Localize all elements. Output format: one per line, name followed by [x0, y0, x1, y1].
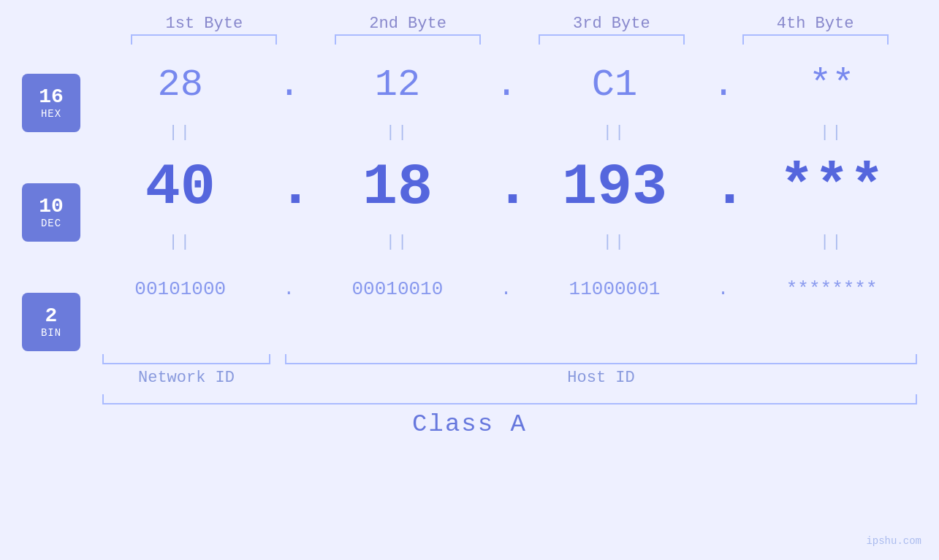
equals-1-3: ||	[541, 123, 688, 142]
bin-dot-3: .	[712, 278, 734, 300]
top-brackets-row	[0, 34, 939, 45]
equals-row-2: || || || ||	[95, 227, 917, 256]
bin-val-3: 11000001	[541, 278, 688, 300]
equals-2-4: ||	[759, 233, 905, 251]
bin-val-1: 00101000	[107, 278, 254, 300]
bottom-brackets-row	[0, 354, 939, 364]
dec-val-2: 18	[324, 154, 471, 220]
hex-val-4: **	[759, 64, 905, 107]
dec-val-3: 193	[541, 154, 688, 220]
network-id-label: Network ID	[102, 369, 270, 387]
equals-2-1: ||	[107, 233, 254, 251]
dec-dot-3: .	[712, 154, 734, 220]
top-bracket-4	[742, 34, 889, 45]
bin-val-4: ********	[759, 278, 905, 300]
hex-value-row: 28 . 12 . C1 . **	[95, 52, 917, 118]
full-bottom-bracket	[102, 394, 917, 404]
host-id-bracket	[285, 354, 917, 364]
bin-badge-text: BIN	[41, 327, 61, 339]
equals-row-1: || || || ||	[95, 118, 917, 147]
network-id-bracket	[102, 354, 270, 364]
dec-badge: 10 DEC	[22, 183, 80, 242]
watermark: ipshu.com	[866, 535, 921, 547]
class-row: Class A	[0, 410, 939, 438]
dec-val-4: ***	[759, 154, 905, 220]
bin-badge-number: 2	[45, 305, 58, 328]
equals-2-2: ||	[324, 233, 471, 251]
equals-1-4: ||	[759, 123, 905, 142]
top-bracket-3	[539, 34, 685, 45]
values-grid: 28 . 12 . C1 . ** || || || || 40	[95, 52, 917, 322]
dec-badge-text: DEC	[41, 218, 61, 229]
top-bracket-1	[131, 34, 277, 45]
hex-dot-2: .	[495, 64, 517, 107]
bin-dot-1: .	[278, 278, 300, 300]
badges-column: 16 HEX 10 DEC 2 BIN	[22, 74, 80, 351]
equals-2-3: ||	[541, 233, 688, 251]
id-labels-row: Network ID Host ID	[0, 369, 939, 387]
hex-dot-1: .	[278, 64, 300, 107]
dec-badge-number: 10	[39, 196, 64, 218]
bin-value-row: 00101000 . 00010010 . 11000001 . *******…	[95, 256, 917, 322]
equals-1-1: ||	[107, 123, 254, 142]
content-area: 16 HEX 10 DEC 2 BIN 28 . 12 . C1 . **	[0, 52, 939, 351]
bin-dot-2: .	[495, 278, 517, 300]
byte-headers-row: 1st Byte 2nd Byte 3rd Byte 4th Byte	[0, 0, 939, 33]
hex-val-2: 12	[324, 64, 471, 107]
bin-val-2: 00010010	[324, 278, 471, 300]
hex-badge-number: 16	[39, 86, 64, 109]
byte-header-1: 1st Byte	[131, 15, 277, 33]
bin-badge: 2 BIN	[22, 293, 80, 351]
dec-val-1: 40	[107, 154, 254, 220]
dec-dot-2: .	[495, 154, 517, 220]
hex-badge: 16 HEX	[22, 74, 80, 132]
byte-header-3: 3rd Byte	[539, 15, 685, 33]
dec-dot-1: .	[278, 154, 300, 220]
full-bracket-row	[0, 394, 939, 404]
byte-header-4: 4th Byte	[742, 15, 889, 33]
top-bracket-2	[335, 34, 481, 45]
host-id-label: Host ID	[285, 369, 917, 387]
class-label: Class A	[412, 410, 527, 438]
main-container: 1st Byte 2nd Byte 3rd Byte 4th Byte 16 H…	[0, 0, 939, 560]
equals-1-2: ||	[324, 123, 471, 142]
byte-header-2: 2nd Byte	[335, 15, 481, 33]
dec-value-row: 40 . 18 . 193 . ***	[95, 147, 917, 227]
hex-dot-3: .	[712, 64, 734, 107]
hex-val-1: 28	[107, 64, 254, 107]
hex-badge-text: HEX	[41, 108, 61, 120]
hex-val-3: C1	[541, 64, 688, 107]
